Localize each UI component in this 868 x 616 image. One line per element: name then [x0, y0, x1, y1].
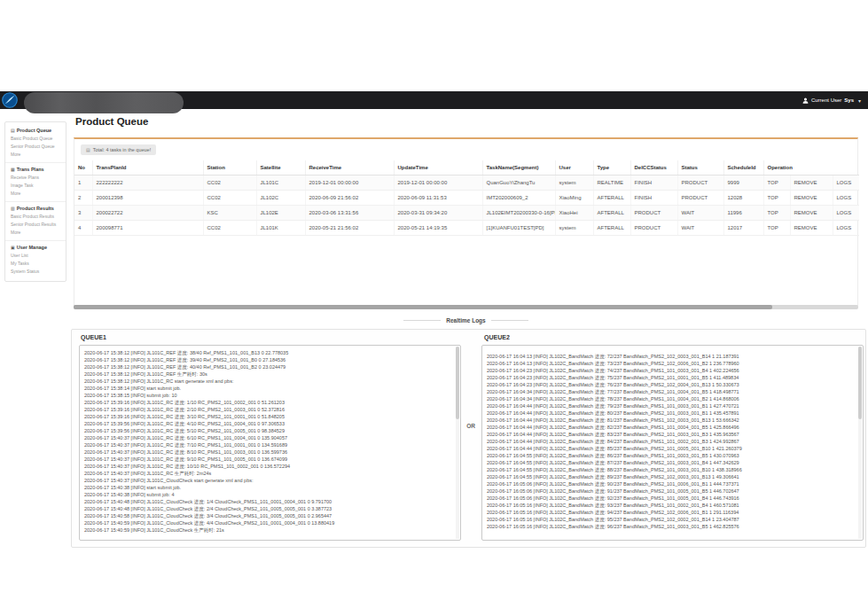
user-menu[interactable]: Current User Sys ▾: [802, 91, 861, 109]
sidebar-item-more[interactable]: More: [11, 152, 60, 157]
logs-link[interactable]: LOGS: [833, 175, 859, 191]
realtime-logs-divider: Realtime Logs: [74, 316, 858, 324]
top-link[interactable]: TOP: [763, 221, 790, 236]
log-line: 2020-06-17 15:39:16 [INFO] JL101C_RC 进度:…: [84, 413, 451, 420]
cell-receive-time: 2020-03-06 13:31:56: [305, 206, 394, 221]
sidebar-item-basic-product-results[interactable]: Basic Product Results: [11, 214, 60, 219]
column-header-transplanid: TransPlanId: [92, 160, 203, 175]
sidebar-item-more[interactable]: More: [11, 230, 60, 235]
cell-station: CC02: [203, 191, 256, 206]
sidebar-item-senior-product-queue[interactable]: Senior Product Queue: [11, 144, 60, 149]
remove-link[interactable]: REMOVE: [790, 206, 833, 221]
column-header-receivetime: ReceiveTime: [305, 160, 394, 175]
log-line: 2020-06-17 16:04:23 [INFO] JL102C_BandMa…: [487, 381, 854, 388]
sidebar-item-more[interactable]: More: [11, 191, 60, 196]
log-line: 2020-06-17 16:04:44 [INFO] JL102C_BandMa…: [487, 438, 854, 445]
table-row: 4200098771CC02JL101K2020-05-21 21:56:022…: [74, 221, 859, 236]
log-line: 2020-06-17 16:04:55 [INFO] JL102C_BandMa…: [487, 466, 854, 473]
log-line: 2020-06-17 16:04:23 [INFO] JL102C_BandMa…: [487, 374, 854, 381]
log-line: 2020-06-17 15:40:37 [INFO] JL101C_CloudC…: [84, 477, 451, 484]
cell-trans-plan-id: 222222222: [92, 175, 203, 191]
cell-delcc-status: PRODUCT: [630, 221, 677, 236]
column-header-type: Type: [593, 160, 630, 175]
cell-type: REALTIME: [593, 175, 630, 191]
logs-link[interactable]: LOGS: [833, 191, 859, 206]
table-header-row: NoTransPlanIdStationSatelliteReceiveTime…: [74, 160, 859, 175]
column-header-updatetime: UpdateTime: [394, 160, 482, 175]
log-line: 2020-06-17 15:39:56 [INFO] JL101C_RC 进度:…: [84, 420, 451, 427]
log-line: 2020-06-17 16:04:44 [INFO] JL102C_BandMa…: [487, 417, 854, 424]
sidebar-item-user-list[interactable]: User List: [11, 253, 60, 258]
sidebar-section-toggle-trans-plans[interactable]: ▦Trans Plans: [11, 167, 60, 172]
sidebar-item-system-status[interactable]: System Status: [11, 269, 60, 274]
page: Current User Sys ▾ ▤Product QueueBasic P…: [0, 0, 868, 616]
log-line: 2020-06-17 16:04:44 [INFO] JL102C_BandMa…: [487, 445, 854, 452]
cell-task-name: JL102EIMT20200330-0-16[PD]: [482, 206, 555, 221]
queue-total-text: Total: 4 tasks in the queue!: [93, 147, 151, 152]
log-line: 2020-06-17 16:05:06 [INFO] JL102C_BandMa…: [487, 487, 854, 495]
sidebar-item-senior-product-results[interactable]: Senior Product Results: [11, 222, 60, 227]
queue1-scrollbar[interactable]: [456, 347, 459, 539]
log-line: 2020-06-17 15:40:37 [INFO] JL101C_RC 进度:…: [84, 463, 451, 470]
cell-task-name: IMT202000609_2: [482, 191, 555, 206]
cell-update-time: 2020-03-31 09:34:20: [394, 206, 482, 221]
log-line: 2020-06-17 16:04:44 [INFO] JL102C_BandMa…: [487, 409, 854, 417]
log-line: 2020-06-17 15:40:38 [INFO] start submit …: [84, 484, 451, 491]
log-line: 2020-06-17 16:05:16 [INFO] JL102C_BandMa…: [487, 502, 854, 509]
column-header-delccstatus: DelCCStatus: [630, 160, 677, 175]
queue2-scrollbar-thumb[interactable]: [858, 347, 862, 419]
log-line: 2020-06-17 15:40:59 [INFO] JL101C_CloudC…: [84, 526, 451, 534]
log-line: 2020-06-17 16:05:16 [INFO] JL102C_BandMa…: [487, 509, 854, 516]
cell-status: PRODUCT: [677, 175, 723, 191]
log-line: 2020-06-17 16:04:13 [INFO] JL102C_BandMa…: [487, 360, 854, 367]
log-line: 2020-06-17 16:04:44 [INFO] JL102C_BandMa…: [487, 402, 854, 409]
log-line: 2020-06-17 15:38:12 [INFO] JL101C_RC sta…: [84, 378, 451, 385]
sidebar-section-toggle-product-queue[interactable]: ▤Product Queue: [11, 128, 60, 133]
sidebar-section-toggle-user-manage[interactable]: ▣User Manage: [11, 245, 60, 250]
table-row: 1222222222CC02JL101C2019-12-01 00:00:002…: [74, 175, 859, 191]
cell-satellite: JL101C: [256, 175, 305, 191]
cell-schedule-id: 9999: [723, 175, 763, 191]
log-line: 2020-06-17 15:38:12 [INFO] JL101C_REF 生产…: [84, 370, 451, 378]
log-line: 2020-06-17 15:40:59 [INFO] JL101C_CloudC…: [84, 519, 451, 526]
log-line: 2020-06-17 16:05:06 [INFO] JL102C_BandMa…: [487, 480, 854, 487]
queue1-scrollbar-thumb[interactable]: [456, 347, 459, 419]
logs-link[interactable]: LOGS: [833, 206, 859, 221]
queue2-scrollbar[interactable]: [858, 347, 862, 539]
cell-type: AFTERALL: [593, 206, 630, 221]
cell-station: CC02: [203, 175, 256, 191]
sidebar: ▤Product QueueBasic Product QueueSenior …: [4, 121, 66, 282]
cell-schedule-id: 12028: [723, 191, 763, 206]
app-logo-icon[interactable]: [2, 92, 18, 108]
queue2-log-box: 2020-06-17 16:04:13 [INFO] JL102C_BandMa…: [481, 345, 864, 541]
log-line: 2020-06-17 16:04:13 [INFO] JL102C_BandMa…: [487, 353, 854, 360]
cell-update-time: 2020-05-21 14:19:35: [394, 221, 482, 236]
sidebar-item-my-tasks[interactable]: My Tasks: [11, 261, 60, 266]
remove-link[interactable]: REMOVE: [790, 175, 833, 191]
sidebar-section: ▦Trans PlansReceive PlansImage TaskMore: [5, 162, 66, 201]
log-line: 2020-06-17 15:40:37 [INFO] JL101C_RC 进度:…: [84, 448, 451, 456]
top-link[interactable]: TOP: [763, 191, 790, 206]
log-line: 2020-06-17 16:04:55 [INFO] JL102C_BandMa…: [487, 473, 854, 480]
remove-link[interactable]: REMOVE: [790, 191, 833, 206]
sidebar-item-receive-plans[interactable]: Receive Plans: [11, 175, 60, 180]
page-title: Product Queue: [75, 116, 148, 127]
queue2-log-lines: 2020-06-17 16:04:13 [INFO] JL102C_BandMa…: [487, 353, 854, 530]
logs-link[interactable]: LOGS: [833, 221, 859, 236]
remove-link[interactable]: REMOVE: [790, 221, 833, 236]
sidebar-item-image-task[interactable]: Image Task: [11, 183, 60, 188]
cell-delcc-status: FINISH: [630, 191, 677, 206]
cell-type: AFTERALL: [593, 191, 630, 206]
sidebar-section-title: Product Results: [17, 206, 54, 211]
top-link[interactable]: TOP: [763, 175, 790, 191]
top-link[interactable]: TOP: [763, 206, 790, 221]
table-scrollbar-thumb[interactable]: [74, 305, 772, 309]
table-horizontal-scrollbar[interactable]: [74, 305, 858, 309]
cell-user: XiaoHei: [555, 206, 593, 221]
log-line: 2020-06-17 16:05:16 [INFO] JL102C_BandMa…: [487, 523, 854, 530]
log-line: 2020-06-17 15:39:16 [INFO] JL101C_RC 进度:…: [84, 399, 451, 406]
log-line: 2020-06-17 15:40:48 [INFO] JL101C_CloudC…: [84, 498, 451, 505]
sidebar-section-toggle-product-results[interactable]: ▥Product Results: [11, 206, 60, 211]
sidebar-item-basic-product-queue[interactable]: Basic Product Queue: [11, 136, 60, 141]
cell-status: WAIT: [677, 221, 723, 236]
